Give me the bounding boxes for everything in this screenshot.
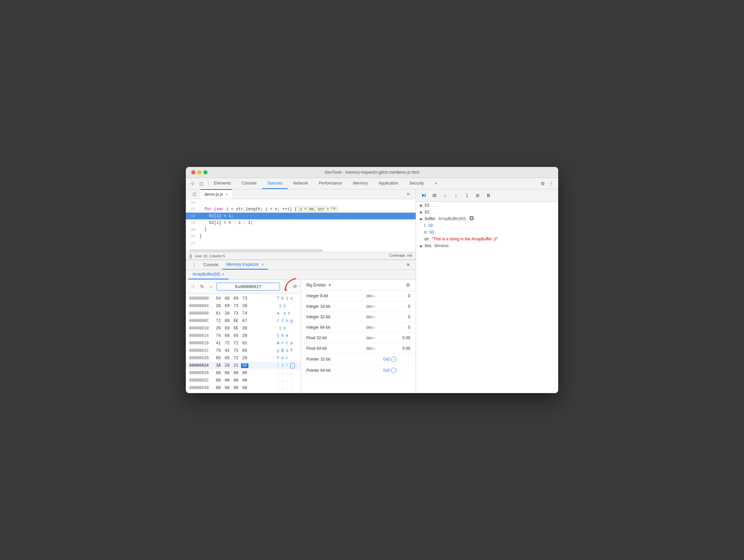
scope-panel: ▶ b1: … ▶ b2: … ▶ buffer: ArrayBuffer( bbox=[416, 202, 558, 393]
step-btn[interactable]: ⤵ bbox=[462, 191, 472, 200]
deactivate-btn[interactable]: ⊘ bbox=[473, 191, 482, 200]
endian-dropdown-icon: ▼ bbox=[328, 283, 331, 287]
source-tab-close-icon[interactable]: ✕ bbox=[225, 193, 228, 196]
addr-prev-btn[interactable]: ‹ bbox=[207, 282, 215, 290]
scope-this-arrow[interactable]: ▶ bbox=[420, 244, 423, 248]
cursor-icon[interactable]: ⊹ bbox=[189, 180, 196, 187]
memory-inspector: ArrayBuffer(60) ✕ ↺ ↻ ‹ bbox=[186, 270, 416, 393]
hex-bytes-0: 54 68 69 73 bbox=[215, 296, 273, 301]
scope-buffer: ▶ buffer: ArrayBuffer(60) 🔲 bbox=[416, 215, 558, 222]
hex-row-14: 00000014 74 68 65 20 t bbox=[186, 332, 301, 340]
hex-row-1c: 0000001C 79 42 75 66 y bbox=[186, 347, 301, 354]
tab-network[interactable]: Network bbox=[288, 178, 313, 189]
hex-row-10: 00000010 20 69 6E 20 bbox=[186, 325, 301, 332]
tab-application[interactable]: Application bbox=[373, 178, 404, 189]
status-bar: {} Line 18, Column 5 Coverage: n/a bbox=[186, 252, 416, 260]
value-row-int32: Integer 32-bit dec▾ 0 bbox=[301, 312, 416, 322]
toolbar-left-icons: ⊹ ◻ bbox=[186, 180, 209, 187]
value-row-int16: Integer 16-bit dec▾ 0 bbox=[301, 301, 416, 312]
title-bar: DevTools - memory-inspector.glitch.me/de… bbox=[186, 167, 558, 178]
buffer-memory-icon[interactable]: 🔲 bbox=[469, 216, 474, 220]
address-input[interactable] bbox=[217, 283, 280, 290]
step-out-btn[interactable]: ↑ bbox=[451, 191, 461, 200]
value-row-int8: Integer 8-bit dec▾ 0 bbox=[301, 291, 416, 301]
addr-next-btn[interactable]: › bbox=[282, 282, 289, 290]
hex-row-8: 00000008 61 20 73 74 a bbox=[186, 310, 301, 317]
coverage-status: Coverage: n/a bbox=[389, 253, 412, 258]
tab-more[interactable]: » bbox=[429, 178, 442, 189]
scope-buffer-arrow[interactable]: ▶ bbox=[420, 217, 423, 221]
source-tab-nav[interactable]: ⊳ bbox=[404, 190, 413, 198]
code-line-20: 20 } bbox=[186, 226, 416, 233]
tab-performance[interactable]: Performance bbox=[313, 178, 348, 189]
window-title: DevTools - memory-inspector.glitch.me/de… bbox=[325, 170, 419, 175]
left-panel: ◫ demo-js.js ✕ ⊳ 16 bbox=[186, 189, 416, 393]
code-editor: 16 17 for (var i = str.length; i < n; ++… bbox=[186, 199, 416, 252]
traffic-lights bbox=[191, 170, 207, 174]
bottom-tab-memory-inspector[interactable]: Memory Inspector ✕ bbox=[222, 260, 268, 270]
pause-over-btn[interactable] bbox=[430, 191, 439, 200]
more-icon[interactable]: ⋮ bbox=[548, 180, 555, 187]
tab-elements[interactable]: Elements bbox=[209, 178, 236, 189]
devtools-body: ⊹ ◻ Elements Console Sources Network Per… bbox=[186, 178, 558, 393]
arraybuffer-tab-close[interactable]: ✕ bbox=[222, 273, 224, 276]
scope-b1-arrow[interactable]: ▶ bbox=[420, 203, 423, 207]
hex-row-18: 00000018 41 72 72 61 A bbox=[186, 340, 301, 347]
scope-i: i: 39 bbox=[416, 222, 558, 229]
ptr64-link-icon[interactable]: → bbox=[391, 368, 396, 373]
values-gear-icon[interactable]: ⚙ bbox=[406, 282, 410, 288]
main-content: ◫ demo-js.js ✕ ⊳ 16 bbox=[186, 189, 558, 393]
cursor-position: Line 18, Column 5 bbox=[195, 254, 225, 258]
bottom-panel: ⋮ Console Memory Inspector ✕ ✕ bbox=[186, 260, 416, 393]
endian-select[interactable]: Big Endian ▼ bbox=[306, 283, 331, 287]
addr-forward-btn[interactable]: ↻ bbox=[198, 282, 205, 290]
tab-sources[interactable]: Sources bbox=[262, 178, 288, 189]
inspect-icon[interactable]: ◻ bbox=[198, 180, 205, 187]
value-row-ptr32: Pointer 32-bit 0x0 → bbox=[301, 354, 416, 365]
value-row-int64: Integer 64-bit dec▾ 0 bbox=[301, 322, 416, 333]
refresh-btn[interactable]: ⟳ bbox=[293, 284, 297, 289]
tab-console[interactable]: Console bbox=[236, 178, 262, 189]
minimize-button[interactable] bbox=[197, 170, 201, 174]
scope-b2-arrow[interactable]: ▶ bbox=[420, 210, 423, 214]
top-toolbar: ⊹ ◻ Elements Console Sources Network Per… bbox=[186, 178, 558, 189]
code-line-21: 21 } bbox=[186, 233, 416, 240]
code-line-22: 22 bbox=[186, 240, 416, 246]
bottom-tabs-menu[interactable]: ⋮ bbox=[189, 260, 199, 270]
arraybuffer-tab[interactable]: ArrayBuffer(60) ✕ bbox=[189, 270, 228, 279]
devtools-window: DevTools - memory-inspector.glitch.me/de… bbox=[186, 167, 558, 393]
maximize-button[interactable] bbox=[203, 170, 207, 174]
step-over-btn[interactable]: ↓ bbox=[440, 191, 450, 200]
code-line-18: 18 b1[i] = i; bbox=[186, 213, 416, 219]
source-file-name: demo-js.js bbox=[204, 192, 223, 197]
hex-row-30: 00000030 00 00 00 00 . bbox=[186, 384, 301, 392]
sidebar-toggle-icon[interactable]: ◫ bbox=[193, 192, 196, 196]
values-header: Big Endian ▼ ⚙ bbox=[301, 280, 416, 291]
svg-rect-2 bbox=[425, 194, 425, 197]
hex-row-c: 0000000C 72 69 6E 67 r bbox=[186, 317, 301, 325]
bottom-panel-close-btn[interactable]: ✕ bbox=[403, 261, 413, 269]
code-line-19: 19 b2[i] = n - i - 1; bbox=[186, 219, 416, 226]
code-line-16: 16 bbox=[186, 199, 416, 206]
braces-icon: {} bbox=[189, 253, 192, 258]
addr-back-btn[interactable]: ↺ bbox=[189, 282, 196, 290]
hex-row-24: 00000024 3A 29 21 00 : bbox=[186, 362, 301, 369]
tab-memory[interactable]: Memory bbox=[348, 178, 373, 189]
settings-icon[interactable]: ⚙ bbox=[539, 180, 546, 187]
close-button[interactable] bbox=[191, 170, 195, 174]
bottom-tab-console[interactable]: Console bbox=[199, 260, 222, 269]
resume-btn[interactable] bbox=[419, 191, 428, 200]
hex-row-2c: 0000002C 00 00 00 00 . bbox=[186, 377, 301, 384]
source-file-tab[interactable]: demo-js.js ✕ bbox=[200, 189, 232, 199]
scope-b1: ▶ b1: … bbox=[416, 202, 558, 209]
endian-label: Big Endian bbox=[306, 283, 326, 287]
tab-security[interactable]: Security bbox=[404, 178, 429, 189]
value-row-ptr64: Pointer 64-bit 0x0 → bbox=[301, 365, 416, 376]
pause-exceptions-btn[interactable]: ⏸ bbox=[484, 191, 493, 200]
ptr32-link-icon[interactable]: → bbox=[391, 357, 396, 362]
scope-b2: ▶ b2: … bbox=[416, 209, 558, 215]
nav-tabs: Elements Console Sources Network Perform… bbox=[209, 178, 536, 189]
hex-row-20: 00000020 66 65 72 20 f bbox=[186, 354, 301, 362]
address-bar: ↺ ↻ ‹ bbox=[186, 280, 301, 294]
memory-inspector-tab-close[interactable]: ✕ bbox=[261, 263, 264, 266]
